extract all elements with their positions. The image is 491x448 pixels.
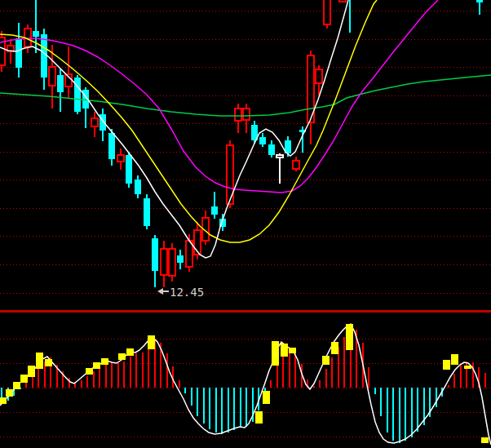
signal-block (36, 353, 43, 369)
candle-body (74, 78, 81, 112)
candle-body (235, 109, 241, 121)
candle-body (161, 249, 167, 275)
ma-line-magenta (0, 0, 438, 193)
candle-body (268, 144, 275, 155)
signal-block (281, 344, 288, 357)
candle-body (117, 155, 124, 162)
signal-block (255, 411, 263, 424)
candlestick-series (0, 0, 483, 287)
signal-block (0, 397, 7, 404)
candle-body (476, 0, 483, 2)
signal-block (289, 348, 296, 353)
candle-body (126, 155, 132, 184)
candle-body (243, 109, 250, 120)
candle-body (316, 69, 322, 83)
candle-body (152, 238, 158, 271)
left-arrow-icon (157, 288, 169, 295)
signal-block (13, 382, 20, 389)
candle-body (108, 133, 115, 159)
candle-body (276, 155, 283, 157)
candle-body (211, 206, 218, 215)
candle-body (135, 180, 141, 194)
signal-block (126, 348, 134, 356)
candle-body (33, 31, 39, 37)
signal-block (28, 366, 35, 377)
signal-block (93, 362, 100, 369)
signal-block (322, 356, 330, 365)
candle-body (41, 34, 47, 78)
signal-block (118, 353, 126, 360)
candle-body (144, 198, 150, 226)
signal-block (346, 324, 353, 350)
ma-line-yellow (0, 0, 377, 242)
candle-body (177, 255, 184, 263)
signal-block (272, 341, 279, 366)
signal-block (443, 360, 450, 370)
candle-body (49, 67, 55, 86)
candle-body (91, 118, 98, 126)
signal-block (20, 375, 28, 383)
chart-canvas[interactable]: 12.45 (0, 0, 491, 448)
signal-block (481, 437, 489, 443)
candle-body (259, 137, 266, 144)
signal-block (6, 389, 13, 397)
signal-block (263, 391, 270, 404)
candle-body (15, 38, 22, 68)
candle-body (339, 0, 346, 2)
signal-block (464, 366, 471, 369)
stock-chart[interactable]: 12.45 (0, 0, 491, 448)
panel-separator-line (0, 310, 491, 313)
signal-block (331, 342, 338, 354)
upper-gridlines (0, 11, 491, 293)
signal-block (101, 358, 108, 365)
signal-block (451, 354, 458, 365)
ma-line-white (0, 0, 348, 258)
candle-body (169, 249, 175, 276)
candle-body (57, 75, 64, 92)
candle-body (293, 161, 299, 169)
candle-body (324, 0, 330, 24)
signal-block (86, 368, 93, 375)
signal-block (148, 335, 155, 349)
signal-block (45, 359, 52, 366)
low-price-label: 12.45 (157, 286, 204, 299)
oscillator-histogram (2, 328, 485, 443)
low-price-text: 12.45 (170, 286, 204, 299)
